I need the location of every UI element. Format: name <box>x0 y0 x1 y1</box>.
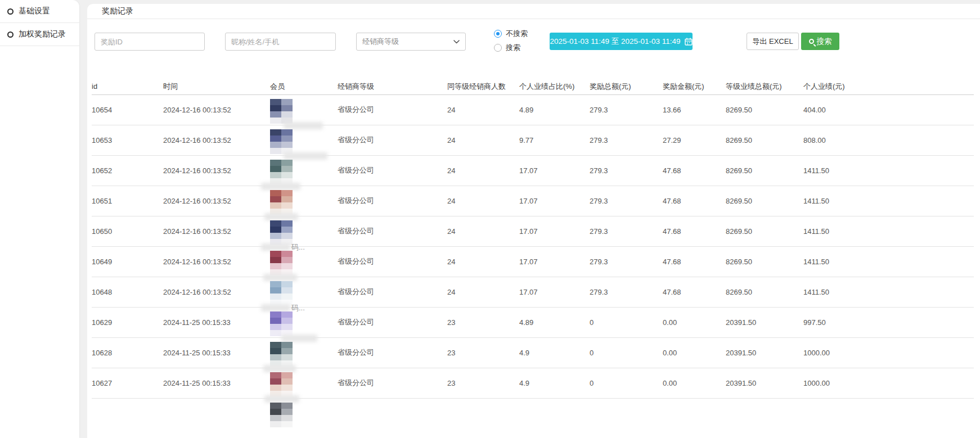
member-avatar <box>270 220 293 245</box>
cell-ratio: 17.07 <box>519 246 590 277</box>
cell-ratio: 4.89 <box>519 307 590 337</box>
cell-level: 省级分公司 <box>338 277 447 307</box>
chevron-down-icon <box>453 40 460 44</box>
member-avatar <box>270 251 293 276</box>
avatar-pixel <box>270 378 281 385</box>
member-wrap <box>270 186 338 216</box>
avatar-pixel <box>281 372 293 378</box>
cell-id: 10648 <box>92 277 163 307</box>
avatar-pixel <box>281 348 293 354</box>
avatar-pixel <box>270 136 281 142</box>
cell-personal: 1411.50 <box>803 246 974 277</box>
avatar-pixel <box>281 342 293 348</box>
radio-no-search-label: 不搜索 <box>506 29 528 39</box>
cell-level_total: 20391.50 <box>726 307 803 337</box>
cell-amount: 0.00 <box>663 337 726 368</box>
cell-personal: 1411.50 <box>803 216 974 246</box>
cell-time: 2024-11-25 00:15:33 <box>163 337 270 368</box>
radio-search[interactable]: 搜索 <box>494 40 545 55</box>
avatar-pixel <box>281 293 293 300</box>
member-cell: 码... <box>270 216 338 246</box>
cell-personal: 808.00 <box>803 125 974 155</box>
avatar-pixel <box>270 354 281 360</box>
cell-id: 10629 <box>92 307 163 337</box>
cell-personal: 1000.00 <box>803 337 974 368</box>
cell-total: 279.3 <box>590 186 663 216</box>
cell-amount: 13.66 <box>663 94 726 125</box>
cell-id <box>92 398 163 438</box>
avatar-pixel <box>270 330 281 336</box>
cell-amount: 47.68 <box>663 216 726 246</box>
cell-amount: 0.00 <box>663 307 726 337</box>
member-wrap <box>270 338 338 368</box>
nickname-input[interactable] <box>225 33 336 51</box>
search-icon <box>809 39 814 44</box>
radio-no-search-control[interactable] <box>494 30 502 38</box>
cell-peers: 24 <box>447 216 519 246</box>
avatar-pixel <box>270 233 281 239</box>
column-header: id <box>92 79 163 94</box>
export-excel-button[interactable]: 导出 EXCEL <box>747 33 799 50</box>
cell-ratio: 17.07 <box>519 277 590 307</box>
sidebar-item-1[interactable]: 加权奖励记录 <box>0 23 79 46</box>
cell-total: 279.3 <box>590 216 663 246</box>
reward-id-input[interactable] <box>95 33 205 51</box>
cell-time: 2024-11-25 00:15:33 <box>163 307 270 337</box>
cell-time: 2024-12-16 00:13:52 <box>163 246 270 277</box>
cell-time: 2024-12-16 00:13:52 <box>163 186 270 216</box>
avatar-pixel <box>270 118 281 124</box>
member-wrap <box>270 368 338 398</box>
cell-id: 10653 <box>92 125 163 155</box>
cell-level: 省级分公司 <box>338 94 447 125</box>
avatar-pixel <box>281 136 293 142</box>
avatar-pixel <box>270 196 281 202</box>
column-header: 经销商等级 <box>338 79 447 94</box>
cell-ratio: 4.9 <box>519 368 590 398</box>
member-avatar <box>270 99 293 124</box>
table-row: 106272024-11-25 00:15:33省级分公司234.900.002… <box>92 368 974 398</box>
avatar-pixel <box>270 166 281 172</box>
avatar-pixel <box>281 220 293 227</box>
member-avatar <box>270 372 293 397</box>
dealer-level-select[interactable]: 经销商等级 <box>356 33 466 51</box>
radio-search-control[interactable] <box>494 44 502 52</box>
cell-peers: 24 <box>447 246 519 277</box>
avatar-pixel <box>270 251 281 257</box>
cell-amount <box>663 398 726 438</box>
member-wrap <box>270 95 338 125</box>
member-wrap: 码... <box>270 277 338 307</box>
table-row: 106502024-12-16 00:13:52码...省级分公司2417.07… <box>92 216 974 246</box>
avatar-pixel <box>281 172 293 178</box>
member-wrap <box>270 399 338 428</box>
search-mode-radio-group: 不搜索 搜索 <box>494 26 545 55</box>
avatar-pixel <box>281 251 293 257</box>
date-range-button[interactable]: 2025-01-03 11:49 至 2025-01-03 11:49 <box>550 33 693 50</box>
radio-no-search[interactable]: 不搜索 <box>494 26 545 40</box>
sidebar: 基础设置加权奖励记录 <box>0 0 79 438</box>
member-cell <box>270 337 338 368</box>
cell-id: 10654 <box>92 94 163 125</box>
sidebar-item-0[interactable]: 基础设置 <box>0 0 79 23</box>
member-wrap <box>270 308 338 337</box>
member-avatar <box>270 342 293 367</box>
cell-personal: 1000.00 <box>803 368 974 398</box>
cell-total: 279.3 <box>590 246 663 277</box>
search-button[interactable]: 搜索 <box>801 33 839 50</box>
avatar-pixel <box>281 318 293 324</box>
avatar-pixel <box>270 99 281 105</box>
avatar-pixel <box>281 324 293 330</box>
table-header-row: id时间会员经销商等级同等级经销商人数个人业绩占比(%)奖励总额(元)奖励金额(… <box>92 79 974 94</box>
cell-total: 0 <box>590 307 663 337</box>
column-header: 个人业绩(元) <box>803 79 974 94</box>
cell-total: 279.3 <box>590 125 663 155</box>
cell-ratio: 4.89 <box>519 94 590 125</box>
cell-peers: 23 <box>447 307 519 337</box>
cell-level_total <box>726 398 803 438</box>
avatar-pixel <box>281 105 293 111</box>
avatar-pixel <box>281 233 293 239</box>
cell-level: 省级分公司 <box>338 307 447 337</box>
cell-level_total: 8269.50 <box>726 94 803 125</box>
cell-ratio: 17.07 <box>519 186 590 216</box>
cell-level: 省级分公司 <box>338 246 447 277</box>
avatar-pixel <box>281 99 293 105</box>
